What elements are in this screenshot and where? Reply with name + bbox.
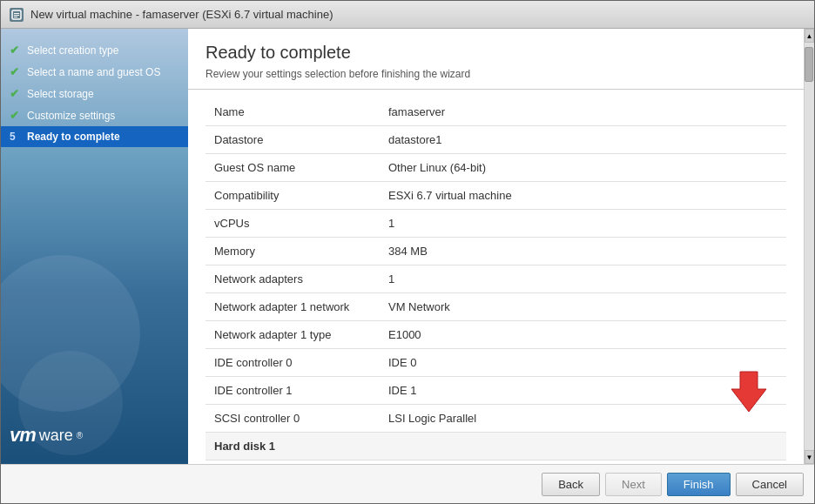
next-button[interactable]: Next: [605, 473, 662, 496]
sidebar-step5-label: Ready to complete: [27, 131, 120, 143]
table-row: Network adapter 1 networkVM Network: [205, 293, 786, 321]
step5-number: 5: [10, 131, 22, 143]
table-row: Namefamaserver: [205, 98, 786, 126]
cancel-button[interactable]: Cancel: [736, 473, 804, 496]
svg-rect-3: [14, 17, 17, 17]
scroll-up-arrow[interactable]: ▲: [805, 29, 814, 43]
setting-key: IDE controller 0: [205, 349, 380, 377]
page-title: Ready to complete: [205, 43, 786, 63]
vmware-logo-vm: vm: [10, 424, 36, 447]
setting-key: SCSI controller 0: [205, 405, 380, 433]
sidebar-item-step4[interactable]: ✔ Customize settings: [1, 104, 188, 126]
sidebar-step3-label: Select storage: [27, 88, 94, 100]
table-row: Memory384 MB: [205, 238, 786, 265]
content-area: ✔ Select creation type ✔ Select a name a…: [1, 29, 814, 464]
setting-key: Network adapter 1 network: [205, 293, 380, 321]
setting-value: IDE 0: [380, 349, 786, 377]
setting-key: Compatibility: [205, 182, 380, 210]
arrow-indicator: [727, 370, 771, 416]
svg-rect-1: [14, 13, 19, 14]
setting-value: 0GB: [380, 460, 786, 465]
setting-key: vCPUs: [205, 210, 380, 238]
table-row: Datastoredatastore1: [205, 126, 786, 154]
table-row: CompatibilityESXi 6.7 virtual machine: [205, 182, 786, 210]
title-bar: New virtual machine - famaserver (ESXi 6…: [1, 1, 814, 29]
step2-check-icon: ✔: [10, 65, 22, 78]
setting-value: LSI Logic Parallel: [380, 405, 786, 433]
window-title: New virtual machine - famaserver (ESXi 6…: [30, 8, 333, 21]
setting-key: IDE controller 1: [205, 377, 380, 405]
vmware-logo-ware: ware: [39, 427, 73, 445]
table-row: SCSI controller 0LSI Logic Parallel: [205, 405, 786, 433]
setting-value: 1: [380, 265, 786, 293]
scrollbar[interactable]: ▲ ▼: [804, 29, 814, 464]
setting-value: E1000: [380, 321, 786, 349]
setting-value: ESXi 6.7 virtual machine: [380, 182, 786, 210]
sidebar-step2-label: Select a name and guest OS: [27, 66, 160, 78]
table-row: Hard disk 1: [205, 433, 786, 460]
sidebar-step4-label: Customize settings: [27, 110, 115, 122]
setting-value: VM Network: [380, 293, 786, 321]
scroll-track[interactable]: [805, 43, 814, 450]
table-row: Network adapter 1 typeE1000: [205, 321, 786, 349]
settings-table: NamefamaserverDatastoredatastore1Guest O…: [205, 98, 786, 464]
setting-key: Network adapters: [205, 265, 380, 293]
sidebar-steps: ✔ Select creation type ✔ Select a name a…: [1, 29, 188, 158]
setting-value: IDE 1: [380, 377, 786, 405]
sidebar-item-step1[interactable]: ✔ Select creation type: [1, 39, 188, 61]
sidebar-item-step3[interactable]: ✔ Select storage: [1, 83, 188, 104]
table-row: IDE controller 0IDE 0: [205, 349, 786, 377]
footer: Back Next Finish Cancel: [1, 464, 814, 503]
sidebar-step1-label: Select creation type: [27, 44, 118, 57]
step4-check-icon: ✔: [10, 109, 22, 122]
sidebar-item-step5[interactable]: 5 Ready to complete: [1, 126, 188, 147]
table-row: Capacity0GB: [205, 460, 786, 465]
setting-value: datastore1: [380, 126, 786, 154]
setting-key: Guest OS name: [205, 154, 380, 182]
main-panel: Ready to complete Review your settings s…: [188, 29, 804, 464]
setting-key: Network adapter 1 type: [205, 321, 380, 349]
finish-button[interactable]: Finish: [667, 473, 731, 496]
vmware-logo: vm ware ®: [10, 424, 83, 447]
table-row: Network adapters1: [205, 265, 786, 293]
setting-value: 384 MB: [380, 238, 786, 265]
table-row: IDE controller 1IDE 1: [205, 377, 786, 405]
window: New virtual machine - famaserver (ESXi 6…: [0, 0, 815, 504]
main-body: NamefamaserverDatastoredatastore1Guest O…: [188, 90, 804, 464]
svg-rect-2: [14, 15, 19, 16]
setting-key: Datastore: [205, 126, 380, 154]
sidebar-item-step2[interactable]: ✔ Select a name and guest OS: [1, 61, 188, 83]
scroll-thumb[interactable]: [805, 47, 813, 82]
sidebar: ✔ Select creation type ✔ Select a name a…: [1, 29, 188, 464]
step3-check-icon: ✔: [10, 87, 22, 100]
back-button[interactable]: Back: [542, 473, 600, 496]
main-wrapper: Ready to complete Review your settings s…: [188, 29, 814, 464]
table-row: Guest OS nameOther Linux (64-bit): [205, 154, 786, 182]
vmware-logo-registered: ®: [77, 431, 83, 440]
table-row: vCPUs1: [205, 210, 786, 238]
step1-check-icon: ✔: [10, 44, 22, 57]
window-icon: [10, 8, 24, 22]
setting-value: 1: [380, 210, 786, 238]
page-subtitle: Review your settings selection before fi…: [205, 68, 786, 80]
setting-value: famaserver: [380, 98, 786, 126]
setting-value: Other Linux (64-bit): [380, 154, 786, 182]
setting-key: Capacity: [205, 460, 380, 465]
group-row-label: Hard disk 1: [205, 433, 786, 460]
svg-marker-4: [731, 372, 766, 412]
main-header: Ready to complete Review your settings s…: [188, 29, 804, 90]
setting-key: Name: [205, 98, 380, 126]
setting-key: Memory: [205, 238, 380, 265]
scroll-down-arrow[interactable]: ▼: [805, 450, 814, 464]
